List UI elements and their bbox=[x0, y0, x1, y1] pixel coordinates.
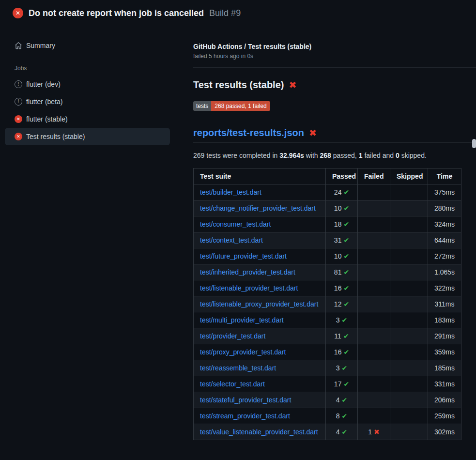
failed-cell bbox=[358, 392, 390, 408]
time-cell: 324ms bbox=[428, 216, 461, 232]
suite-link[interactable]: test/builder_test.dart bbox=[200, 188, 261, 196]
column-header: Test suite bbox=[194, 169, 326, 184]
page-layout: Summary Jobs ! flutter (dev) ! flutter (… bbox=[0, 24, 476, 440]
suite-link[interactable]: test/listenable_proxy_provider_test.dart bbox=[200, 300, 318, 308]
summary-text: 269 tests were completed in 32.964s with… bbox=[193, 152, 476, 159]
suite-link[interactable]: test/selector_test.dart bbox=[200, 380, 265, 388]
scrollbar-thumb[interactable] bbox=[472, 139, 476, 148]
x-icon: ✖ bbox=[374, 428, 380, 436]
time-cell: 280ms bbox=[428, 200, 461, 216]
passed-cell: 24✔ bbox=[326, 184, 358, 200]
failed-cell bbox=[358, 344, 390, 360]
suite-link[interactable]: test/context_test.dart bbox=[200, 236, 263, 244]
table-row: test/future_provider_test.dart 10✔ 272ms bbox=[194, 248, 461, 264]
check-icon: ✔ bbox=[343, 220, 349, 228]
table-row: test/change_notifier_provider_test.dart … bbox=[194, 200, 461, 216]
summary-segment: passed, bbox=[331, 152, 359, 159]
skipped-cell bbox=[390, 424, 428, 440]
suite-cell: test/value_listenable_provider_test.dart bbox=[194, 424, 326, 440]
summary-passed-count: 268 bbox=[320, 152, 331, 159]
time-cell: 1.065s bbox=[428, 264, 461, 280]
table-row: test/value_listenable_provider_test.dart… bbox=[194, 424, 461, 440]
passed-cell: 10✔ bbox=[326, 248, 358, 264]
jobs-list: ! flutter (dev) ! flutter (beta) ✕ flutt… bbox=[5, 76, 170, 145]
skipped-cell bbox=[390, 392, 428, 408]
report-link[interactable]: reports/test-results.json bbox=[193, 127, 304, 138]
failed-cell bbox=[358, 312, 390, 328]
suite-link[interactable]: test/reassemble_test.dart bbox=[200, 364, 276, 372]
suite-cell: test/selector_test.dart bbox=[194, 376, 326, 392]
check-icon: ✔ bbox=[342, 412, 348, 420]
failed-cell: 1✖ bbox=[358, 424, 390, 440]
time-cell: 291ms bbox=[428, 328, 461, 344]
check-icon: ✔ bbox=[343, 332, 349, 340]
x-circle-icon: ✕ bbox=[13, 8, 23, 18]
suite-link[interactable]: test/inherited_provider_test.dart bbox=[200, 268, 295, 276]
check-icon: ✔ bbox=[343, 188, 349, 196]
skipped-cell bbox=[390, 232, 428, 248]
suite-link[interactable]: test/stream_provider_test.dart bbox=[200, 412, 290, 420]
passed-cell: 3✔ bbox=[326, 360, 358, 376]
passed-cell: 8✔ bbox=[326, 408, 358, 424]
table-row: test/consumer_test.dart 18✔ 324ms bbox=[194, 216, 461, 232]
main-content: GitHub Actions / Test results (stable) f… bbox=[182, 24, 476, 440]
suite-cell: test/inherited_provider_test.dart bbox=[194, 264, 326, 280]
table-row: test/builder_test.dart 24✔ 375ms bbox=[194, 184, 461, 200]
failed-cell bbox=[358, 328, 390, 344]
table-row: test/stream_provider_test.dart 8✔ 259ms bbox=[194, 408, 461, 424]
time-cell: 183ms bbox=[428, 312, 461, 328]
time-cell: 206ms bbox=[428, 392, 461, 408]
results-table-body: test/builder_test.dart 24✔ 375ms test/ch… bbox=[194, 184, 461, 440]
suite-link[interactable]: test/proxy_provider_test.dart bbox=[200, 348, 286, 356]
check-icon: ✔ bbox=[343, 300, 349, 308]
job-label: flutter (beta) bbox=[26, 98, 62, 106]
suite-link[interactable]: test/multi_provider_test.dart bbox=[200, 316, 284, 324]
suite-link[interactable]: test/future_provider_test.dart bbox=[200, 252, 287, 260]
check-icon: ✔ bbox=[342, 316, 348, 324]
suite-cell: test/multi_provider_test.dart bbox=[194, 312, 326, 328]
failed-cell bbox=[358, 296, 390, 312]
badge-value: 268 passed, 1 failed bbox=[211, 101, 270, 111]
section-title: Test results (stable) ✖ bbox=[193, 79, 476, 91]
failed-cell bbox=[358, 200, 390, 216]
time-cell: 644ms bbox=[428, 232, 461, 248]
table-row: test/selector_test.dart 17✔ 331ms bbox=[194, 376, 461, 392]
summary-segment: with bbox=[304, 152, 320, 159]
check-icon: ✔ bbox=[342, 428, 348, 436]
results-table: Test suitePassedFailedSkippedTime test/b… bbox=[193, 168, 461, 440]
passed-cell: 16✔ bbox=[326, 280, 358, 296]
sidebar-job-item[interactable]: ! flutter (beta) bbox=[5, 93, 170, 110]
time-cell: 259ms bbox=[428, 408, 461, 424]
sidebar-job-item[interactable]: ! flutter (dev) bbox=[5, 76, 170, 93]
summary-failed-count: 1 bbox=[359, 152, 363, 159]
failed-cell bbox=[358, 232, 390, 248]
suite-link[interactable]: test/consumer_test.dart bbox=[200, 220, 271, 228]
skipped-cell bbox=[390, 328, 428, 344]
sidebar-job-item[interactable]: ✕ Test results (stable) bbox=[5, 128, 170, 145]
suite-cell: test/listenable_proxy_provider_test.dart bbox=[194, 296, 326, 312]
table-row: test/reassemble_test.dart 3✔ 185ms bbox=[194, 360, 461, 376]
x-circle-icon: ✕ bbox=[15, 115, 22, 123]
check-icon: ✔ bbox=[343, 252, 349, 260]
time-cell: 375ms bbox=[428, 184, 461, 200]
suite-link[interactable]: test/listenable_provider_test.dart bbox=[200, 284, 298, 292]
passed-cell: 31✔ bbox=[326, 232, 358, 248]
failed-x-icon: ✖ bbox=[309, 128, 317, 138]
sidebar-job-item[interactable]: ✕ flutter (stable) bbox=[5, 110, 170, 128]
check-icon: ✔ bbox=[342, 396, 348, 404]
check-icon: ✔ bbox=[343, 380, 349, 388]
skipped-cell bbox=[390, 360, 428, 376]
sidebar-item-summary[interactable]: Summary bbox=[5, 37, 170, 54]
suite-cell: test/listenable_provider_test.dart bbox=[194, 280, 326, 296]
suite-cell: test/proxy_provider_test.dart bbox=[194, 344, 326, 360]
suite-link[interactable]: test/provider_test.dart bbox=[200, 332, 265, 340]
suite-cell: test/reassemble_test.dart bbox=[194, 360, 326, 376]
suite-cell: test/context_test.dart bbox=[194, 232, 326, 248]
suite-link[interactable]: test/value_listenable_provider_test.dart bbox=[200, 428, 318, 436]
skipped-cell bbox=[390, 264, 428, 280]
suite-link[interactable]: test/change_notifier_provider_test.dart bbox=[200, 204, 316, 212]
time-cell: 185ms bbox=[428, 360, 461, 376]
suite-link[interactable]: test/stateful_provider_test.dart bbox=[200, 396, 291, 404]
suite-cell: test/provider_test.dart bbox=[194, 328, 326, 344]
passed-cell: 3✔ bbox=[326, 312, 358, 328]
